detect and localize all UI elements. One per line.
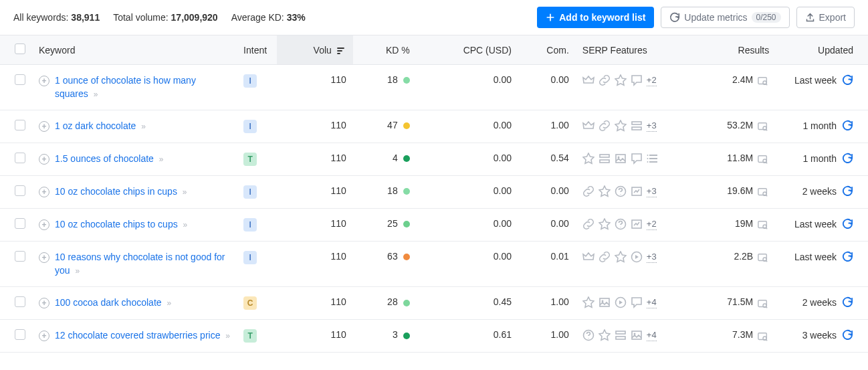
expand-icon[interactable]: + [39,219,49,230]
serp-preview-icon[interactable] [757,187,769,196]
serp-image-icon[interactable] [599,296,611,308]
serp-preview-icon[interactable] [757,154,769,163]
expand-icon[interactable]: + [39,298,49,308]
row-checkbox[interactable] [15,296,25,307]
intent-badge[interactable]: C [243,296,257,310]
serp-more-badge[interactable]: +3 [647,186,657,197]
serp-list-icon[interactable] [647,153,659,165]
serp-crown-icon[interactable] [582,120,594,132]
refresh-row-icon[interactable] [842,185,853,197]
col-cpc[interactable]: CPC (USD) [417,35,518,65]
keyword-link[interactable]: 10 oz chocolate chips to cups [55,219,178,229]
expand-icon[interactable]: + [39,331,49,341]
refresh-row-icon[interactable] [842,120,853,131]
serp-link-icon[interactable] [582,185,594,197]
refresh-row-icon[interactable] [842,153,853,164]
serp-star-icon[interactable] [599,218,611,230]
serp-crown-icon[interactable] [582,74,594,86]
row-checkbox[interactable] [15,74,25,85]
serp-layout-icon[interactable] [599,153,611,165]
row-checkbox[interactable] [15,251,25,262]
keyword-link[interactable]: 1.5 ounces of chocolate [55,153,154,164]
col-updated[interactable]: Updated [776,35,868,65]
serp-chart-icon[interactable] [631,218,643,230]
serp-preview-icon[interactable] [757,76,769,85]
refresh-row-icon[interactable] [842,251,853,262]
intent-badge[interactable]: T [243,153,257,166]
row-checkbox[interactable] [15,120,25,130]
keyword-link[interactable]: 100 cocoa dark chocolate [55,297,162,308]
refresh-row-icon[interactable] [842,329,853,341]
serp-preview-icon[interactable] [757,121,769,130]
col-intent[interactable]: Intent [237,35,276,65]
serp-more-badge[interactable]: +2 [647,75,657,86]
intent-badge[interactable]: I [243,120,257,133]
col-com[interactable]: Com. [518,35,576,65]
expand-icon[interactable]: + [39,252,49,263]
serp-image-icon[interactable] [631,329,643,341]
serp-more-badge[interactable]: +4 [647,297,657,308]
refresh-row-icon[interactable] [842,218,853,229]
keyword-link[interactable]: 10 reasons why chocolate is not good for… [55,252,225,276]
serp-star-icon[interactable] [582,153,594,165]
serp-star-icon[interactable] [582,296,594,308]
serp-star-icon[interactable] [599,329,611,341]
serp-more-badge[interactable]: +2 [647,219,657,230]
serp-more-badge[interactable]: +4 [647,330,657,341]
serp-more-badge[interactable]: +3 [647,252,657,263]
row-checkbox[interactable] [15,153,25,163]
serp-link-icon[interactable] [582,218,594,230]
serp-layout-icon[interactable] [631,120,643,132]
serp-comment-icon[interactable] [631,153,643,165]
add-to-keyword-list-button[interactable]: Add to keyword list [537,7,654,28]
serp-link-icon[interactable] [599,120,611,132]
serp-link-icon[interactable] [599,251,611,263]
col-results[interactable]: Results [681,35,776,65]
intent-badge[interactable]: I [243,251,257,264]
intent-badge[interactable]: I [243,218,257,232]
serp-comment-icon[interactable] [631,74,643,86]
serp-star-icon[interactable] [615,251,627,263]
col-serp[interactable]: SERP Features [576,35,681,65]
intent-badge[interactable]: T [243,329,257,343]
serp-image-icon[interactable] [615,153,627,165]
refresh-row-icon[interactable] [842,296,853,308]
serp-layout-icon[interactable] [615,329,627,341]
serp-link-icon[interactable] [599,74,611,86]
serp-question-icon[interactable] [582,329,594,341]
expand-icon[interactable]: + [39,187,49,197]
serp-star-icon[interactable] [615,74,627,86]
update-metrics-button[interactable]: Update metrics 0/250 [661,7,789,28]
intent-badge[interactable]: I [243,185,257,199]
serp-star-icon[interactable] [599,185,611,197]
refresh-row-icon[interactable] [842,74,853,86]
serp-preview-icon[interactable] [757,219,769,229]
keyword-link[interactable]: 1 ounce of chocolate is how many squares [55,75,196,99]
row-checkbox[interactable] [15,329,25,340]
serp-question-icon[interactable] [615,185,627,197]
col-kd[interactable]: KD % [353,35,417,65]
serp-preview-icon[interactable] [757,252,769,262]
row-checkbox[interactable] [15,185,25,196]
serp-star-icon[interactable] [615,120,627,132]
serp-play-icon[interactable] [615,296,627,308]
serp-comment-icon[interactable] [631,296,643,308]
keyword-link[interactable]: 10 oz chocolate chips in cups [55,186,177,197]
serp-preview-icon[interactable] [757,298,769,308]
serp-preview-icon[interactable] [757,331,769,341]
keyword-link[interactable]: 12 chocolate covered strawberries price [55,330,220,341]
serp-chart-icon[interactable] [631,185,643,197]
keyword-link[interactable]: 1 oz dark chocolate [55,120,136,131]
col-volume[interactable]: Volu [277,35,353,65]
select-all-checkbox[interactable] [15,43,25,54]
col-keyword[interactable]: Keyword [32,35,237,65]
expand-icon[interactable]: + [39,76,49,86]
serp-crown-icon[interactable] [582,251,594,263]
intent-badge[interactable]: I [243,74,257,88]
serp-more-badge[interactable]: +3 [647,120,657,132]
expand-icon[interactable]: + [39,154,49,165]
serp-question-icon[interactable] [615,218,627,230]
serp-play-icon[interactable] [631,251,643,263]
export-button[interactable]: Export [796,7,855,28]
expand-icon[interactable]: + [39,121,49,132]
